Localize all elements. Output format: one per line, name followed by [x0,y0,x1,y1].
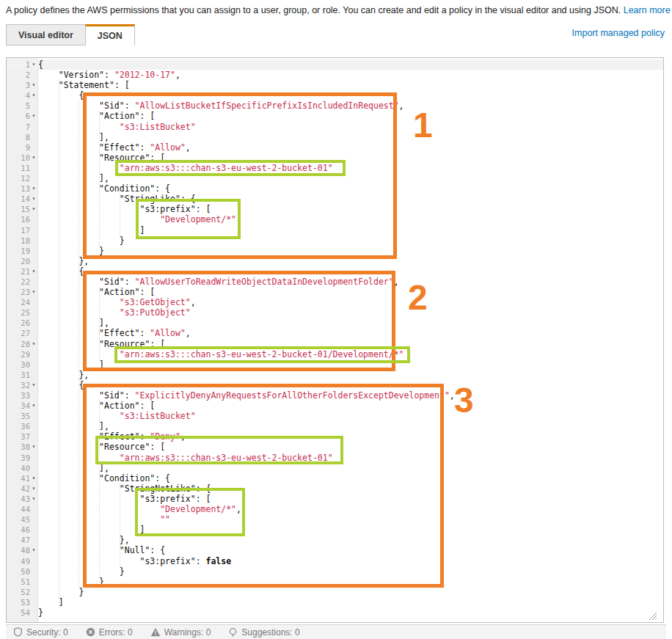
code-line[interactable]: 37 "Effect": "Deny", [7,431,663,442]
fold-toggle-icon[interactable]: ▾ [30,287,37,297]
code-line[interactable]: 31 }, [7,370,663,380]
code-line[interactable]: 18 } [7,235,663,246]
code-line[interactable]: 21▾ { [7,266,663,277]
editor-resize-grip[interactable] [647,610,657,621]
code-text: { [37,59,43,70]
code-line[interactable]: 38▾ "Resource": [ [7,442,663,452]
code-line[interactable]: 8 ], [7,132,663,142]
code-line[interactable]: 29 "arn:aws:s3:::chan-s3-eu-west-2-bucke… [7,349,663,359]
import-managed-policy-link[interactable]: Import managed policy [572,28,665,38]
fold-toggle-icon[interactable]: ▾ [30,90,37,101]
code-line[interactable]: 36 ], [7,421,663,431]
fold-toggle-icon[interactable]: ▾ [30,380,37,390]
code-line[interactable]: 1▾{ [7,59,663,70]
code-line[interactable]: 19 } [7,246,663,256]
code-line[interactable]: 22 "Sid": "AllowUserToReadWriteObjectDat… [7,277,663,287]
code-line[interactable]: 30 ] [7,359,663,370]
fold-toggle-icon[interactable]: ▾ [30,111,37,121]
code-line[interactable]: 45 "" [7,514,663,525]
code-line[interactable]: 39 "arn:aws:s3:::chan-s3-eu-west-2-bucke… [7,453,663,463]
json-policy-editor[interactable]: 1▾{2 "Version": "2012-10-17",3▾ "Stateme… [6,57,664,623]
warning-triangle-icon [150,627,161,637]
code-line[interactable]: 24 "s3:GetObject", [7,297,663,307]
line-number: 47 [7,535,37,545]
code-line[interactable]: 50 } [7,566,663,577]
line-number: 15▾ [7,204,37,214]
fold-toggle-icon[interactable]: ▾ [30,194,37,204]
fold-toggle-icon[interactable]: ▾ [30,204,37,214]
code-text: { [37,380,84,390]
code-text: "s3:ListBucket" [37,411,196,421]
code-text: { [37,266,84,277]
code-line[interactable]: 43▾ "s3:prefix": [ [7,494,663,504]
code-text: }, [37,535,130,545]
fold-toggle-icon[interactable]: ▾ [30,545,37,555]
fold-toggle-icon[interactable]: ▾ [30,183,37,194]
status-suggestions: Suggestions: 0 [228,627,299,638]
code-line[interactable]: 40 ], [7,463,663,473]
code-text: "Version": "2012-10-17", [37,70,180,80]
fold-toggle-icon[interactable]: ▾ [30,266,37,277]
line-number: 16 [7,214,37,224]
line-number: 17 [7,225,37,235]
code-line[interactable]: 35 "s3:ListBucket" [7,411,663,421]
code-line[interactable]: 53 ] [7,597,663,607]
learn-more-link[interactable]: Learn more [624,5,671,15]
line-number: 44 [7,504,37,514]
code-line[interactable]: 15▾ "s3:prefix": [ [7,204,663,214]
code-line[interactable]: 27 "Effect": "Allow", [7,328,663,338]
code-text: "arn:aws:s3:::chan-s3-eu-west-2-bucket-0… [37,349,404,359]
code-line[interactable]: 11 "arn:aws:s3:::chan-s3-eu-west-2-bucke… [7,163,663,173]
code-line[interactable]: 4▾ { [7,90,663,101]
code-line[interactable]: 32▾ { [7,380,663,390]
code-line[interactable]: 52 } [7,587,663,597]
code-text: "Condition": { [37,473,170,483]
code-line[interactable]: 13▾ "Condition": { [7,183,663,194]
code-line[interactable]: 3▾ "Statement": [ [7,80,663,90]
code-line[interactable]: 48▾ "Null": { [7,545,663,555]
code-line[interactable]: 7 "s3:ListBucket" [7,122,663,132]
code-line[interactable]: 20 }, [7,256,663,266]
code-line[interactable]: 17 ] [7,225,663,235]
fold-toggle-icon[interactable]: ▾ [30,473,37,483]
code-line[interactable]: 44 "Development/*", [7,504,663,514]
fold-toggle-icon[interactable]: ▾ [30,59,37,70]
line-number: 35 [7,411,37,421]
fold-toggle-icon[interactable]: ▾ [30,483,37,494]
code-line[interactable]: 25 "s3:PutObject" [7,307,663,318]
code-line[interactable]: 23▾ "Action": [ [7,287,663,297]
code-line[interactable]: 5 "Sid": "AllowListBucketIfSpecificPrefi… [7,101,663,111]
code-line[interactable]: 51 } [7,577,663,587]
code-line[interactable]: 26 ], [7,318,663,328]
code-line[interactable]: 47 }, [7,535,663,545]
line-number: 14▾ [7,194,37,204]
security-shield-icon [13,627,23,637]
code-text: ], [37,318,109,328]
code-line[interactable]: 6▾ "Action": [ [7,111,663,121]
code-line[interactable]: 10▾ "Resource": [ [7,153,663,163]
fold-toggle-icon[interactable]: ▾ [30,442,37,452]
code-line[interactable]: 12 ], [7,173,663,183]
code-line[interactable]: 28▾ "Resource": [ [7,339,663,349]
code-line[interactable]: 54} [7,607,663,618]
tab-visual-editor[interactable]: Visual editor [6,24,86,45]
code-line[interactable]: 2 "Version": "2012-10-17", [7,70,663,80]
code-line[interactable]: 42▾ "StringNotLike": { [7,483,663,494]
tab-json[interactable]: JSON [85,24,135,45]
fold-toggle-icon[interactable]: ▾ [30,401,37,411]
code-line[interactable]: 33 "Sid": "ExplicitlyDenyAnyRequestsForA… [7,390,663,401]
fold-toggle-icon[interactable]: ▾ [30,80,37,90]
code-text: "Condition": { [37,183,170,194]
fold-toggle-icon[interactable]: ▾ [30,153,37,163]
code-line[interactable]: 34▾ "Action": [ [7,401,663,411]
fold-toggle-icon[interactable]: ▾ [30,494,37,504]
code-line[interactable]: 9 "Effect": "Allow", [7,142,663,153]
code-line[interactable]: 46 ] [7,525,663,535]
fold-toggle-icon[interactable]: ▾ [30,339,37,349]
code-text: "Action": [ [37,287,155,297]
code-line[interactable]: 49 "s3:prefix": false [7,556,663,566]
code-line[interactable]: 16 "Development/*" [7,214,663,224]
code-line[interactable]: 14▾ "StringLike": { [7,194,663,204]
code-line[interactable]: 41▾ "Condition": { [7,473,663,483]
line-number: 42▾ [7,483,37,494]
